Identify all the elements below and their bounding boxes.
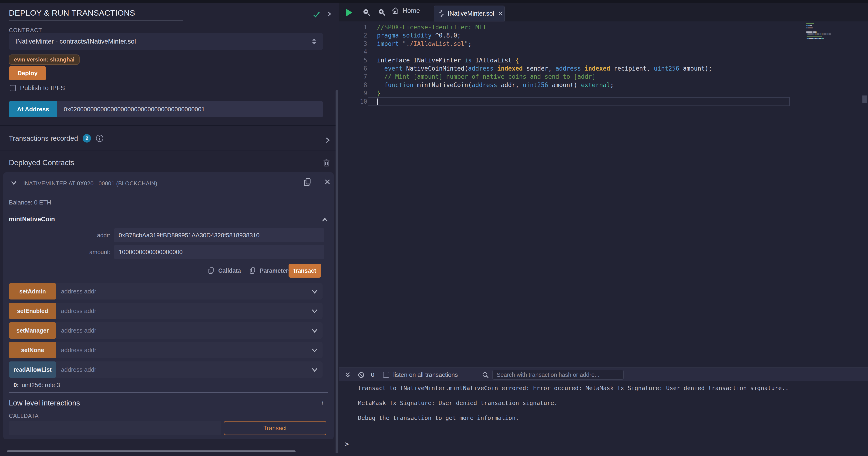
- open-function-name[interactable]: mintNativeCoin: [9, 216, 55, 223]
- terminal-prompt[interactable]: >: [345, 440, 349, 448]
- solidity-icon: [439, 10, 444, 17]
- parameters-copy-link[interactable]: Parameters: [249, 267, 291, 274]
- publish-ipfs-row: Publish to IPFS: [10, 84, 65, 92]
- amount-field-input[interactable]: [114, 245, 324, 259]
- terminal: 0 listen on all transactions transact to…: [339, 368, 868, 456]
- clear-console-ban-icon[interactable]: [358, 372, 365, 378]
- search-icon: [482, 372, 489, 378]
- function-readAllowList-button[interactable]: readAllowList: [9, 362, 56, 378]
- listen-all-label: listen on all transactions: [393, 371, 458, 378]
- minimap[interactable]: [806, 23, 862, 51]
- function-expand-chevron-icon[interactable]: [311, 288, 318, 295]
- tab-close-icon[interactable]: [498, 11, 503, 16]
- publish-ipfs-checkbox[interactable]: [10, 85, 16, 91]
- calldata-copy-link[interactable]: Calldata: [208, 267, 241, 274]
- contract-select[interactable]: INativeMinter - contracts/INativeMinter.…: [9, 33, 323, 50]
- function-expand-chevron-icon[interactable]: [311, 367, 318, 373]
- code-area[interactable]: 1//SPDX-License-Identifier: MIT2pragma s…: [339, 22, 868, 368]
- at-address-input[interactable]: [57, 101, 323, 117]
- function-expand-chevron-icon[interactable]: [311, 347, 318, 353]
- run-script-play-icon[interactable]: [346, 9, 352, 16]
- text-cursor: [377, 98, 378, 105]
- code-line-7: // Mint [amount] number of native coins …: [377, 73, 595, 81]
- terminal-collapse-double-chevron-icon[interactable]: [344, 372, 351, 378]
- deployed-contracts-title: Deployed Contracts: [9, 159, 74, 167]
- tab-home[interactable]: Home: [392, 7, 420, 15]
- open-function-chevron-up-icon[interactable]: [321, 217, 328, 223]
- function-row: setNone: [9, 342, 322, 358]
- zoom-out-icon[interactable]: [363, 8, 370, 16]
- minimap-segment: [810, 25, 812, 26]
- compile-success-check-icon: [312, 10, 321, 19]
- minimap-segment: [808, 25, 810, 26]
- addr-field-input[interactable]: [114, 228, 324, 242]
- amount-field-label: amount:: [3, 249, 110, 255]
- minimap-segment: [822, 33, 823, 34]
- terminal-toolbar: 0 listen on all transactions: [339, 368, 868, 381]
- minimap-segment: [808, 27, 813, 28]
- zoom-in-icon[interactable]: [378, 8, 386, 16]
- function-setNone-button[interactable]: setNone: [9, 342, 56, 358]
- minimap-segment: [829, 33, 831, 34]
- function-setAdmin-button[interactable]: setAdmin: [9, 283, 56, 300]
- calldata-input[interactable]: [9, 421, 221, 435]
- calldata-label: CALLDATA: [9, 413, 39, 419]
- call-result-index: 0:: [13, 381, 19, 389]
- low-level-title: Low level interactions: [9, 399, 80, 407]
- addr-field-label: addr:: [3, 232, 110, 239]
- balance-label: Balance: 0 ETH: [9, 199, 51, 206]
- minimap-segment: [809, 38, 813, 39]
- panel-title: DEPLOY & RUN TRANSACTIONS: [9, 8, 135, 18]
- function-action-row: Calldata Parameters transact: [3, 264, 334, 278]
- line-number: 9: [349, 89, 367, 97]
- code-line-1: //SPDX-License-Identifier: MIT: [377, 23, 486, 31]
- panel-vertical-scrollbar[interactable]: [336, 90, 338, 453]
- code-line-2: pragma solidity ^0.8.0;: [377, 31, 461, 39]
- function-setEnabled-input[interactable]: [55, 303, 322, 319]
- panel-horizontal-scrollbar[interactable]: [7, 450, 296, 452]
- deploy-run-panel: DEPLOY & RUN TRANSACTIONS CONTRACT INati…: [0, 3, 338, 456]
- minimap-segment: [806, 27, 808, 28]
- low-level-transact-button[interactable]: Transact: [224, 421, 326, 435]
- panel-collapse-chevron-right-icon[interactable]: [326, 11, 332, 17]
- at-address-row: At Address: [9, 101, 323, 117]
- minimap-segment: [823, 33, 827, 34]
- function-expand-chevron-icon[interactable]: [311, 308, 318, 314]
- minimap-segment: [806, 23, 814, 24]
- deploy-button[interactable]: Deploy: [9, 66, 46, 80]
- function-expand-chevron-icon[interactable]: [311, 327, 318, 334]
- instance-title: INATIVEMINTER AT 0X020...00001 (BLOCKCHA…: [23, 180, 157, 187]
- call-result-text: uint256: role 3: [22, 381, 60, 389]
- select-updown-icon: [312, 38, 316, 45]
- function-setManager-button[interactable]: setManager: [9, 322, 56, 339]
- tab-file-label: INativeMinter.sol: [448, 10, 494, 17]
- function-readAllowList-input[interactable]: [55, 362, 322, 378]
- terminal-line: MetaMask Tx Signature: User denied trans…: [358, 400, 558, 406]
- minimap-segment: [806, 31, 813, 32]
- function-setManager-input[interactable]: [55, 322, 322, 339]
- transact-button[interactable]: transact: [288, 264, 321, 278]
- window-top-edge: [0, 0, 868, 3]
- trash-icon[interactable]: [323, 159, 330, 167]
- line-number: 6: [349, 64, 367, 73]
- function-setEnabled-button[interactable]: setEnabled: [9, 303, 56, 319]
- listen-all-checkbox[interactable]: [383, 372, 389, 378]
- section-divider: [0, 150, 338, 150]
- function-setAdmin-input[interactable]: [55, 283, 322, 300]
- editor-scrollbar-thumb[interactable]: [862, 95, 867, 103]
- remix-ide-window: DEPLOY & RUN TRANSACTIONS CONTRACT INati…: [0, 0, 868, 456]
- minimap-segment: [815, 38, 817, 39]
- instance-close-icon[interactable]: [324, 179, 331, 185]
- at-address-button[interactable]: At Address: [9, 101, 57, 117]
- copy-address-icon[interactable]: [304, 177, 312, 187]
- instance-collapse-chevron-down-icon[interactable]: [11, 180, 17, 186]
- terminal-search-input[interactable]: [492, 370, 624, 380]
- publish-ipfs-label: Publish to IPFS: [20, 84, 65, 92]
- code-line-5: interface INativeMinter is IAllowList {: [377, 56, 519, 64]
- function-row: setEnabled: [9, 303, 322, 319]
- transactions-expand-chevron-icon[interactable]: [324, 137, 331, 143]
- tab-inativeminter-sol[interactable]: INativeMinter.sol: [434, 6, 504, 22]
- minimap-segment: [821, 38, 823, 39]
- line-number: 8: [349, 81, 367, 89]
- function-setNone-input[interactable]: [55, 342, 322, 358]
